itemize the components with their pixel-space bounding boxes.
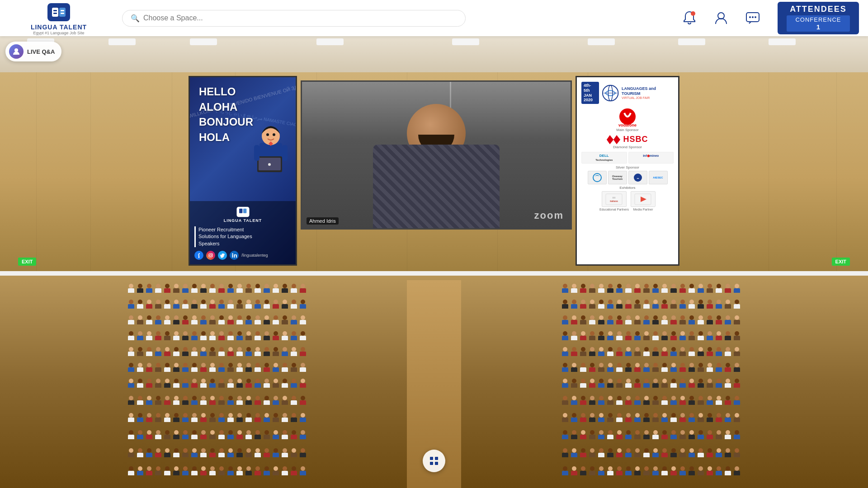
twitter-icon: [218, 251, 227, 260]
search-icon: 🔍: [131, 14, 140, 23]
center-video-screen: Ahmed Idris zoom: [301, 80, 572, 230]
exhibitors-label: Exhibitors: [581, 186, 674, 190]
logo-brand: LINGUA TALENT: [31, 23, 87, 31]
svg-point-20: [268, 163, 271, 166]
audience-row-4-right: [434, 328, 868, 343]
conf-title: LANGUAGES and TOURISM: [622, 86, 674, 96]
attendees-conference-label: CONFERENCE: [790, 16, 846, 23]
svg-point-28: [210, 254, 212, 256]
audience-row-8-right: [434, 392, 868, 408]
live-qa-avatar: [9, 44, 24, 59]
svg-rect-30: [232, 254, 233, 258]
hsbc-sponsor: HSBC: [581, 135, 674, 144]
search-bar[interactable]: 🔍: [122, 10, 466, 27]
left-screen-bottom: LINGUA TALENT Pioneer Recruitment Soluti…: [190, 201, 296, 264]
svg-rect-52: [435, 462, 438, 465]
notification-bell-button[interactable]: [678, 7, 701, 29]
svg-rect-21: [254, 145, 259, 161]
audience-row-3-right: [434, 312, 868, 328]
audience-row-1-right: [434, 280, 868, 296]
search-input[interactable]: [143, 14, 457, 22]
audience-row-6-right: [434, 359, 868, 375]
audience-row-5-left: [0, 343, 434, 359]
media-label: Media Partner: [633, 208, 653, 211]
audience-row-11-right: [434, 445, 868, 460]
conf-logo-icon: [602, 84, 619, 102]
lt-brand-text: LINGUA TALENT: [224, 218, 262, 223]
audience-row-5-right: [434, 343, 868, 359]
silver-sponsor-label: Silver Sponsor: [581, 165, 674, 169]
logo-tagline: Egypt #1 Language Job Site: [33, 31, 84, 35]
audience-row-10-right: [434, 427, 868, 442]
left-banner-screen: WILLKOMMEN BIENVENIDO BIENVENUE ОЙ ЗДРАВ…: [189, 76, 297, 266]
chat-icon: [745, 10, 761, 26]
attendees-label: ATTENDEES: [787, 5, 850, 14]
svg-point-12: [755, 16, 756, 18]
presenter-visual: [302, 82, 571, 228]
svg-rect-5: [61, 10, 64, 11]
vodafone-icon: vodafone: [615, 108, 640, 128]
svg-rect-0: [47, 3, 70, 21]
svg-rect-26: [243, 209, 246, 213]
svg-rect-4: [53, 13, 57, 14]
audience-row-7-right: [434, 375, 868, 391]
chat-button[interactable]: [741, 7, 764, 29]
bell-icon: [681, 10, 698, 26]
main-area: LIVE Q&A WILLKOMMEN BIENVENIDO BIENVENUE…: [0, 36, 868, 488]
character-illustration: [250, 118, 291, 177]
svg-rect-2: [59, 8, 66, 17]
audience-row-6-left: [0, 359, 434, 375]
social-handle: /linguatalenteg: [241, 253, 268, 258]
exhibitor-4-aiesec: AIESEC: [649, 171, 668, 184]
audience-row-11-left: [0, 445, 434, 460]
svg-rect-51: [430, 462, 433, 465]
exhibitor-2: OnewayTourism: [608, 171, 627, 184]
svg-point-29: [212, 253, 212, 254]
zoom-watermark: zoom: [534, 210, 564, 221]
diamond-sponsor-label: Diamond Sponsor: [581, 145, 674, 149]
audience-row-2-right: [434, 296, 868, 312]
svg-text:::::: ::::: [613, 196, 616, 199]
audience-row-8-left: [0, 392, 434, 408]
vodafone-sponsor: vodafone Main Sponsor: [581, 108, 674, 132]
svg-rect-6: [61, 13, 64, 14]
svg-point-16: [266, 133, 269, 136]
audience-row-12-right: [434, 463, 868, 479]
pioneer-tagline: Pioneer Recruitment Solutions for Langua…: [194, 226, 291, 247]
user-profile-button[interactable]: [710, 7, 732, 29]
facebook-icon: [194, 251, 203, 260]
live-qa-badge[interactable]: LIVE Q&A: [5, 42, 61, 61]
svg-rect-3: [53, 10, 57, 11]
svg-text:∞: ∞: [637, 177, 639, 180]
header-icons: ATTENDEES CONFERENCE 1: [678, 2, 859, 34]
educational-label: Educational Partners: [599, 208, 629, 211]
svg-rect-24: [236, 207, 249, 217]
exhibitor-1: [588, 171, 607, 184]
conf-year-badge: 4th-5th JAN 2020: [581, 82, 599, 104]
svg-point-31: [232, 253, 233, 254]
svg-rect-25: [239, 209, 242, 213]
educational-partner: :::: italiano Educational Partners: [599, 191, 629, 211]
media-partner: Media Partner: [631, 191, 656, 211]
svg-marker-39: [607, 140, 613, 144]
conf-subtitle: VIRTUAL JOB FAIR: [622, 96, 674, 99]
svg-point-41: [593, 174, 601, 182]
audience-row-1-left: [0, 280, 434, 296]
audience-row-9-right: [434, 409, 868, 425]
partners-row: :::: italiano Educational Partners: [581, 191, 674, 211]
svg-text:vodafone: vodafone: [618, 123, 636, 127]
svg-rect-44: [606, 194, 622, 205]
screens-container: WILLKOMMEN BIENVENIDO BIENVENUE ОЙ ЗДРАВ…: [0, 76, 868, 275]
grid-menu-button[interactable]: [423, 450, 445, 472]
svg-point-7: [691, 11, 695, 16]
infomineo-sponsor: inf◉mineo: [628, 152, 674, 164]
diamond-sponsor-section: HSBC Diamond Sponsor: [581, 135, 674, 149]
lingua-talent-logo: [45, 1, 72, 23]
svg-rect-22: [282, 145, 288, 161]
svg-text:italiano: italiano: [610, 200, 618, 202]
user-icon: [713, 10, 729, 26]
silver-sponsors: DELL Technologies inf◉mineo: [581, 152, 674, 164]
logo-area: LINGUA TALENT Egypt #1 Language Job Site: [9, 1, 108, 35]
hsbc-diamond-icon: [607, 135, 620, 144]
attendees-box: ATTENDEES CONFERENCE 1: [778, 2, 859, 34]
